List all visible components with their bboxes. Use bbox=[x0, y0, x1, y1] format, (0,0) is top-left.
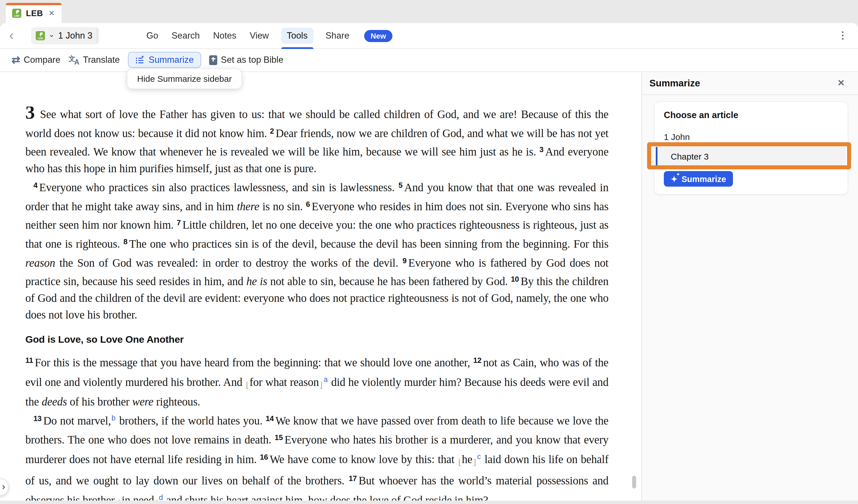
verse-number: 14 bbox=[266, 414, 274, 423]
chevron-down-icon: ⌄ bbox=[48, 30, 55, 38]
translate-button[interactable]: 文A Translate bbox=[68, 55, 120, 65]
set-as-top-bible-button[interactable]: Set as top Bible bbox=[209, 55, 284, 65]
summarize-button-label: Summarize bbox=[681, 174, 726, 183]
sidebar-header: Summarize ✕ bbox=[642, 72, 858, 95]
verse-number: 13 bbox=[33, 414, 42, 423]
chapter-accent-bar bbox=[656, 147, 657, 166]
bracket-marker: ⌋ bbox=[319, 381, 323, 389]
bible-text: 3See what sort of love the Father has gi… bbox=[25, 107, 608, 501]
italic-text: there bbox=[237, 200, 259, 212]
menu-item-view[interactable]: View bbox=[249, 28, 270, 44]
menu-item-go[interactable]: Go bbox=[145, 28, 159, 44]
set-as-top-bible-label: Set as top Bible bbox=[221, 55, 284, 65]
footnote-marker[interactable]: b bbox=[111, 414, 115, 423]
italic-text: were bbox=[132, 395, 154, 407]
verse-number: 6 bbox=[306, 199, 310, 208]
tab-leb[interactable]: LEB LEB ✕ bbox=[6, 3, 61, 23]
verse-number: 3 bbox=[539, 145, 543, 154]
verse-number: 16 bbox=[260, 453, 268, 461]
italic-text: reason bbox=[25, 257, 55, 269]
menu-item-notes[interactable]: Notes bbox=[212, 28, 238, 44]
card-heading: Choose an article bbox=[664, 110, 738, 120]
compare-button[interactable]: ⇄ Compare bbox=[12, 55, 61, 65]
summarize-toolbar-button[interactable]: Summarize bbox=[128, 52, 201, 68]
bracket-marker: ⌊ bbox=[458, 458, 461, 466]
compare-label: Compare bbox=[23, 55, 61, 65]
reference-label: 1 John 3 bbox=[58, 31, 93, 41]
bible-panel: 3See what sort of love the Father has gi… bbox=[0, 72, 641, 501]
chevron-right-icon: › bbox=[2, 481, 8, 492]
sidebar-title: Summarize bbox=[649, 78, 700, 89]
new-badge[interactable]: New bbox=[364, 30, 392, 42]
app-window: LEB LEB ✕ ‹ LEB ⌄ 1 John 3 Go Search Not… bbox=[0, 0, 858, 504]
bracket-marker: ⌊ bbox=[246, 381, 249, 389]
bible-paragraph: 13Do not marvel,b brothers, if the world… bbox=[25, 410, 608, 501]
nav-divider bbox=[97, 28, 97, 44]
menu-item-share[interactable]: Share bbox=[324, 28, 351, 44]
verse-number: 2 bbox=[270, 127, 274, 135]
summarize-label: Summarize bbox=[149, 55, 194, 65]
verse-number: 12 bbox=[473, 356, 481, 364]
italic-text: deeds bbox=[42, 395, 67, 407]
translate-label: Translate bbox=[83, 55, 120, 65]
leb-resource-icon: LEB bbox=[36, 31, 45, 40]
panel-chrome: ‹ LEB ⌄ 1 John 3 Go Search Notes View To… bbox=[0, 23, 858, 501]
verse-number: 11 bbox=[25, 356, 33, 364]
chapter-item[interactable]: Chapter 3 bbox=[656, 147, 846, 166]
sparkle-icon: ✦✦ bbox=[671, 175, 677, 183]
overflow-menu-icon[interactable]: ⋮ bbox=[838, 29, 848, 42]
verse-number: 17 bbox=[349, 474, 357, 483]
bible-paragraph: 4Everyone who practices sin also practic… bbox=[25, 177, 608, 323]
leb-resource-icon: LEB bbox=[12, 9, 21, 18]
section-heading: God is Love, so Love One Another bbox=[25, 332, 608, 348]
article-card: Choose an article 1 John Chapter 3 ✦✦ Su… bbox=[654, 101, 848, 195]
menu-item-search[interactable]: Search bbox=[170, 28, 201, 44]
verse-number: 8 bbox=[123, 237, 127, 246]
verse-number: 5 bbox=[398, 181, 402, 190]
translate-icon: 文A bbox=[68, 55, 80, 65]
scrollbar-thumb[interactable] bbox=[632, 476, 636, 488]
bible-icon bbox=[209, 55, 218, 65]
verse-number: 15 bbox=[274, 433, 283, 442]
bracket-marker: ⌋ bbox=[473, 458, 476, 466]
summarize-sidebar: Summarize ✕ Choose an article 1 John Cha… bbox=[642, 72, 858, 501]
compare-arrows-icon: ⇄ bbox=[12, 55, 20, 65]
summarize-list-icon bbox=[136, 55, 145, 65]
menu-item-tools[interactable]: Tools bbox=[281, 28, 313, 44]
svg-text:LEB: LEB bbox=[38, 37, 43, 40]
menu-bar: Go Search Notes View Tools Share New bbox=[145, 23, 393, 48]
close-icon[interactable]: ✕ bbox=[49, 9, 54, 17]
tab-label: LEB bbox=[26, 9, 43, 18]
back-button[interactable]: ‹ bbox=[9, 27, 14, 44]
book-label[interactable]: 1 John bbox=[664, 132, 690, 142]
bracket-marker: ⌊ bbox=[118, 499, 121, 501]
verse-number: 9 bbox=[402, 256, 407, 265]
navigation-bar: ‹ LEB ⌄ 1 John 3 Go Search Notes View To… bbox=[0, 23, 858, 49]
chapter-number: 3 bbox=[25, 107, 35, 123]
close-icon[interactable]: ✕ bbox=[838, 78, 845, 88]
svg-text:LEB: LEB bbox=[14, 14, 20, 17]
chapter-label: Chapter 3 bbox=[671, 147, 709, 166]
reference-selector[interactable]: LEB ⌄ 1 John 3 bbox=[31, 27, 99, 44]
footnote-marker[interactable]: a bbox=[324, 376, 328, 384]
italic-text: he is bbox=[247, 276, 267, 288]
footnote-marker[interactable]: d bbox=[159, 494, 163, 501]
toolbar: ⇄ Compare 文A Translate Summarize Set as … bbox=[0, 48, 858, 72]
verse-number: 4 bbox=[33, 181, 37, 190]
bible-paragraph: 11For this is the message that you have … bbox=[25, 353, 608, 410]
verse-number: 10 bbox=[511, 275, 519, 284]
bible-paragraph: 3See what sort of love the Father has gi… bbox=[25, 107, 608, 177]
hide-summarize-tooltip: Hide Summarize sidebar bbox=[127, 69, 241, 89]
footnote-marker[interactable]: c bbox=[477, 453, 480, 460]
verse-number: 7 bbox=[177, 218, 181, 227]
bracket-marker: ⌋ bbox=[155, 499, 158, 501]
summarize-button[interactable]: ✦✦ Summarize bbox=[664, 171, 733, 186]
